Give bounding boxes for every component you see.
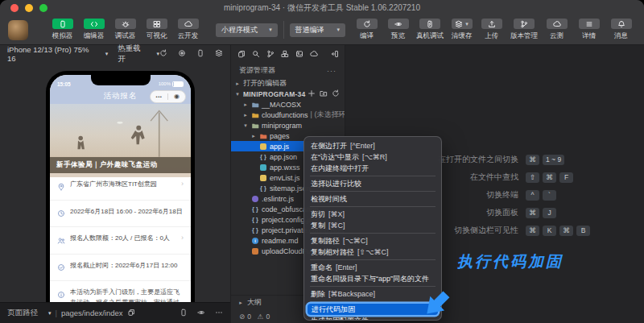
more-icon[interactable] [215, 309, 223, 318]
mode-dropdown-value: 小程序模式 [221, 25, 262, 35]
new-folder-icon[interactable] [320, 89, 328, 99]
minimize-target-icon[interactable]: ◉ [168, 93, 185, 100]
page-path-label[interactable]: 页面路径 [7, 308, 38, 318]
phone-screen: 15:05 100% 活动报名 ••• ◉ [50, 75, 191, 323]
close-window-button[interactable] [10, 4, 19, 12]
chevron-right-icon: › [181, 180, 184, 188]
menu-item-shortcut: [⌘C] [328, 220, 345, 231]
menu-item[interactable]: 在“访达”中显示[⌥⌘R] [304, 151, 441, 163]
menu-item[interactable]: 在内建终端中打开 [304, 163, 441, 174]
bell-icon [611, 19, 632, 29]
new-file-icon[interactable] [308, 89, 316, 99]
file-name: app.js [270, 143, 289, 151]
clear-cache-button[interactable]: ▾清缓存 [447, 19, 477, 41]
preview-button[interactable]: 预览 [383, 19, 413, 41]
menu-item-shortcut: [Enter] [336, 262, 357, 273]
files-icon[interactable] [237, 47, 246, 61]
zoom-window-button[interactable] [39, 4, 47, 12]
info-row[interactable]: 2022年6月18日 16:00 - 2022年6月18日 20:00 [50, 201, 191, 228]
hero-image: 新手体验局｜户外趣味飞盘运动 [50, 104, 191, 173]
phone-bolt-icon [419, 19, 440, 29]
eye-icon [388, 19, 409, 29]
compile-mode-dropdown[interactable]: 普通编译 ▾ [290, 23, 345, 37]
keycap: ⇧ [526, 172, 539, 183]
menu-item[interactable]: 在侧边打开[^Enter] [304, 140, 441, 151]
open-editors-section[interactable]: ▸ 打开的编辑器 [231, 78, 345, 89]
menu-item-label: 剪切 [311, 209, 325, 220]
menu-item[interactable]: 重命名[Enter] [304, 262, 441, 273]
clear-cache-button-label: 清缓存 [452, 31, 473, 41]
upload-button[interactable]: 上传 [477, 19, 506, 41]
window-title: miniprogram-34 · 微信开发者工具 Stable 1.06.220… [224, 2, 420, 14]
version-button[interactable]: 版本管理 [509, 19, 539, 41]
refresh-icon[interactable] [159, 49, 167, 59]
eye-icon[interactable] [197, 309, 205, 318]
menu-item[interactable]: 剪切[⌘X] [304, 209, 441, 220]
branch-icon[interactable] [266, 47, 275, 61]
file-name: miniprogram [262, 122, 302, 130]
tree-item[interactable]: ▾miniprogram [231, 120, 345, 130]
menu-item[interactable]: 复制路径[⌥⌘C] [304, 235, 441, 246]
keycap: ⌘ [526, 155, 539, 165]
info-row[interactable]: 报名人数限额：20人 / 已报名：0人› [50, 227, 191, 255]
tree-item[interactable]: ▸__MACOSX [231, 99, 345, 110]
file-name: envList.js [270, 174, 300, 182]
info-row[interactable]: 报名截止时间：2022年6月17日 12:00 [50, 255, 191, 282]
mode-dropdown[interactable]: 小程序模式 ▾ [216, 23, 278, 37]
problems-status[interactable]: ⊘0 ⚠0 [231, 313, 278, 321]
hot-reload-toggle[interactable]: 热重载 开 [118, 43, 150, 64]
visualizer-button[interactable]: 可视化 [142, 19, 171, 41]
avatar[interactable] [8, 20, 28, 40]
cloud-icon[interactable] [310, 47, 318, 61]
menu-item[interactable]: 选择以进行比较 [304, 178, 441, 189]
capsule-menu[interactable]: ••• ◉ [150, 90, 186, 103]
menu-item[interactable]: 复制[⌘C] [304, 220, 441, 231]
remote-debug-button[interactable]: 真机调试 [415, 19, 445, 41]
battery-percent: 100% [159, 81, 171, 86]
branch-icon [514, 19, 535, 29]
cloud-dev-button[interactable]: 云开发 [173, 19, 203, 41]
cloud-test-button[interactable]: 云测 [542, 19, 572, 41]
menu-divider [310, 206, 436, 207]
search-icon[interactable] [252, 47, 260, 61]
editor-button[interactable]: 编辑器 [79, 19, 109, 41]
menu-item[interactable]: 检视时间线 [304, 193, 441, 205]
simulator-status-bar: 页面路径 ▾ | pages/index/index [0, 302, 230, 323]
project-root[interactable]: ▾ MINIPROGRAM-34 [231, 89, 345, 99]
script-icon [251, 248, 259, 255]
more-icon[interactable]: ··· [327, 67, 336, 75]
upload-button-label: 上传 [485, 31, 498, 41]
menu-item[interactable]: 进行代码加固 [308, 304, 438, 315]
phone-icon[interactable] [180, 309, 188, 318]
debugger-button[interactable]: 调试器 [110, 19, 140, 41]
tree-item[interactable]: ▸cloudfunctions | (未选择环境) [231, 110, 345, 120]
message-button[interactable]: 消息 [606, 19, 636, 41]
device-selector[interactable]: iPhone 12/13 (Pro) 75% 16 [7, 45, 99, 63]
refresh-icon[interactable] [332, 89, 340, 99]
menu-item[interactable]: 复制相对路径[⇧⌥⌘C] [304, 246, 441, 258]
image-icon[interactable] [295, 47, 303, 61]
menu-item-label: 复制路径 [311, 235, 340, 246]
errors-icon: ⊘ [239, 313, 245, 321]
file-name: app.json [270, 153, 297, 161]
phone-icon[interactable] [196, 49, 204, 59]
compile-dropdown-value: 普通编译 [295, 25, 331, 35]
layers-icon[interactable] [215, 49, 223, 59]
copy-icon[interactable] [127, 309, 135, 318]
simulator-button[interactable]: 模拟器 [47, 19, 77, 41]
minimize-window-button[interactable] [25, 4, 33, 12]
record-icon[interactable] [178, 49, 186, 59]
simulator-button-label: 模拟器 [52, 31, 73, 41]
compile-button[interactable]: 编译 [352, 19, 382, 41]
app-window: miniprogram-34 · 微信开发者工具 Stable 1.06.220… [0, 0, 644, 323]
preview-button-label: 预览 [391, 31, 405, 41]
more-icon[interactable]: ••• [151, 94, 167, 99]
open-editors-label: 打开的编辑器 [243, 78, 287, 89]
wxss-icon [259, 164, 267, 171]
panel-pin-icon[interactable] [331, 47, 339, 61]
details-button[interactable]: 详情 [574, 19, 604, 41]
collapse-icon[interactable] [344, 89, 345, 99]
blocks-icon[interactable] [281, 47, 289, 61]
json-icon: { } [259, 184, 267, 192]
main-toolbar: 模拟器编辑器调试器可视化云开发 小程序模式 ▾ 普通编译 ▾ 编译预览真机调试▾… [0, 15, 644, 45]
